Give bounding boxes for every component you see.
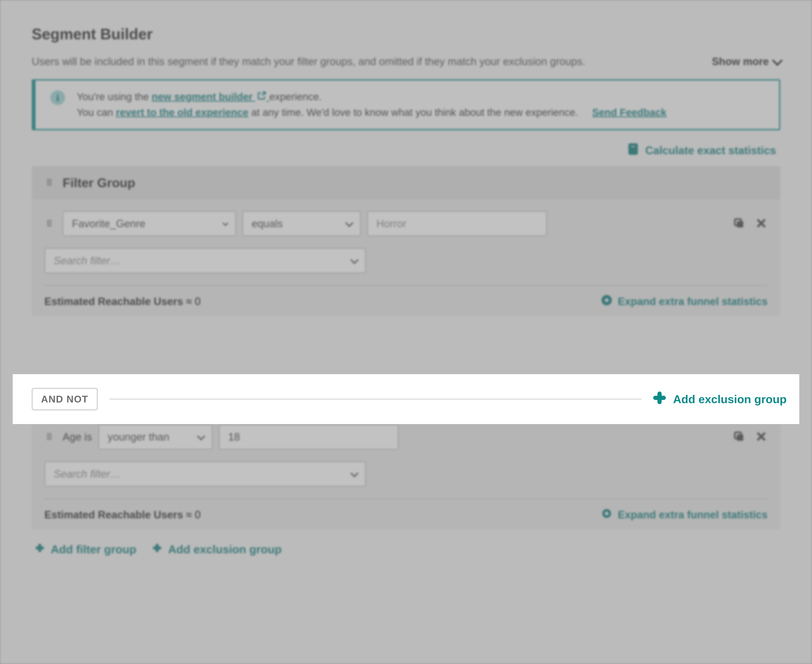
new-builder-link[interactable]: new segment builder <box>152 91 269 103</box>
plus-circle-icon <box>601 508 613 522</box>
info-text: experience. <box>269 91 322 103</box>
and-not-separator-row: AND NOT Add exclusion group <box>13 374 799 424</box>
select-value: Favorite_Genre <box>72 218 145 230</box>
button-label: Add exclusion group <box>673 392 787 406</box>
svg-point-32 <box>50 436 51 438</box>
operator-select[interactable]: equals <box>242 211 361 236</box>
chevron-down-icon <box>345 219 354 227</box>
add-filter-group-button[interactable]: Add filter group <box>34 542 136 557</box>
filter-group-header: Filter Group <box>32 166 780 199</box>
copy-icon[interactable] <box>733 430 745 444</box>
attribute-select[interactable]: Favorite_Genre <box>63 211 236 236</box>
calculate-stats-button[interactable]: Calculate exact statistics <box>32 143 780 158</box>
svg-point-6 <box>633 151 634 152</box>
svg-point-7 <box>634 151 636 152</box>
svg-rect-1 <box>631 145 636 148</box>
estimate-label: Estimated Reachable Users ≈ <box>44 296 192 308</box>
operator-select[interactable]: younger than <box>98 424 212 450</box>
segment-builder-page: Segment Builder Users will be included i… <box>0 0 812 664</box>
filter-row: Favorite_Genre equals Horror <box>44 211 768 236</box>
svg-point-30 <box>50 433 51 435</box>
and-not-chip: AND NOT <box>32 388 98 410</box>
drag-handle-icon[interactable] <box>44 177 54 188</box>
copy-icon[interactable] <box>733 217 745 230</box>
svg-point-2 <box>631 149 632 150</box>
show-more-label: Show more <box>712 55 769 68</box>
description-row: Users will be included in this segment i… <box>32 55 780 68</box>
svg-point-12 <box>47 184 49 186</box>
revert-link[interactable]: revert to the old experience <box>116 107 248 118</box>
svg-point-9 <box>50 179 51 181</box>
search-filter-input[interactable]: Search filter… <box>44 248 366 273</box>
input-placeholder: Horror <box>377 218 406 230</box>
link-text: new segment builder <box>152 91 253 103</box>
estimate-label: Estimated Reachable Users ≈ <box>44 509 192 521</box>
page-description: Users will be included in this segment i… <box>32 55 585 68</box>
filter-prefix-label: Age is <box>63 431 92 443</box>
input-placeholder: Search filter… <box>54 254 121 267</box>
svg-point-4 <box>634 149 636 150</box>
filter-row: Age is younger than 18 <box>44 424 768 450</box>
svg-point-13 <box>50 184 51 186</box>
input-placeholder: Search filter… <box>54 468 121 480</box>
close-icon[interactable] <box>755 217 768 230</box>
send-feedback-link[interactable]: Send Feedback <box>592 107 667 118</box>
svg-point-31 <box>47 436 49 438</box>
expand-stats-button[interactable]: Expand extra funnel statistics <box>601 508 768 522</box>
button-label: Add exclusion group <box>168 543 282 556</box>
svg-point-18 <box>47 225 49 226</box>
svg-point-3 <box>633 149 634 150</box>
divider <box>44 285 768 286</box>
filter-group-title: Filter Group <box>63 176 135 190</box>
value-input[interactable]: Horror <box>367 211 547 236</box>
plus-icon <box>653 392 666 407</box>
estimate-value: 0 <box>195 296 201 308</box>
separator-line <box>109 399 642 400</box>
svg-point-33 <box>47 438 49 440</box>
drag-handle-icon[interactable] <box>44 432 54 442</box>
value-input[interactable]: 18 <box>219 424 399 450</box>
show-more-toggle[interactable]: Show more <box>712 55 780 68</box>
hl-spacer <box>32 329 780 379</box>
svg-point-19 <box>50 225 51 226</box>
svg-point-8 <box>47 179 49 181</box>
plus-circle-icon <box>601 294 613 309</box>
search-filter-input[interactable]: Search filter… <box>44 461 366 487</box>
info-icon: i <box>51 90 65 105</box>
svg-point-17 <box>50 222 51 224</box>
svg-point-10 <box>47 181 49 183</box>
select-value: younger than <box>108 431 170 443</box>
add-exclusion-group-button[interactable]: Add exclusion group <box>653 392 787 407</box>
drag-handle-icon[interactable] <box>44 218 54 229</box>
info-banner: i You're using the new segment builder e… <box>32 79 780 130</box>
filter-group-include: Filter Group Favorite_Genre equals Horro… <box>32 166 780 316</box>
svg-point-11 <box>50 181 51 183</box>
svg-rect-35 <box>737 435 743 441</box>
chevron-down-icon <box>197 432 205 441</box>
chevron-down-icon <box>222 220 228 226</box>
input-value: 18 <box>228 431 240 443</box>
svg-point-14 <box>47 220 49 221</box>
select-value: equals <box>252 218 283 230</box>
plus-icon <box>151 542 163 557</box>
info-text: at any time. We'd love to know what you … <box>251 107 578 118</box>
estimate-text: Estimated Reachable Users ≈ 0 <box>44 295 201 308</box>
bottom-action-bar: Add filter group Add exclusion group <box>32 542 780 557</box>
svg-point-15 <box>50 220 51 221</box>
calc-stats-label: Calculate exact statistics <box>645 144 776 157</box>
info-text: You can <box>77 107 116 118</box>
plus-icon <box>34 542 46 557</box>
chevron-down-icon <box>350 469 359 478</box>
button-label: Add filter group <box>51 543 136 556</box>
svg-point-34 <box>50 438 51 440</box>
svg-rect-20 <box>737 221 743 228</box>
expand-label: Expand extra funnel statistics <box>618 509 768 521</box>
add-exclusion-group-button[interactable]: Add exclusion group <box>151 542 282 557</box>
external-link-icon <box>257 89 266 105</box>
svg-point-29 <box>47 433 49 435</box>
close-icon[interactable] <box>755 430 768 444</box>
page-title: Segment Builder <box>32 25 780 43</box>
expand-label: Expand extra funnel statistics <box>618 295 768 308</box>
calculator-icon <box>627 143 639 158</box>
expand-stats-button[interactable]: Expand extra funnel statistics <box>601 294 768 309</box>
